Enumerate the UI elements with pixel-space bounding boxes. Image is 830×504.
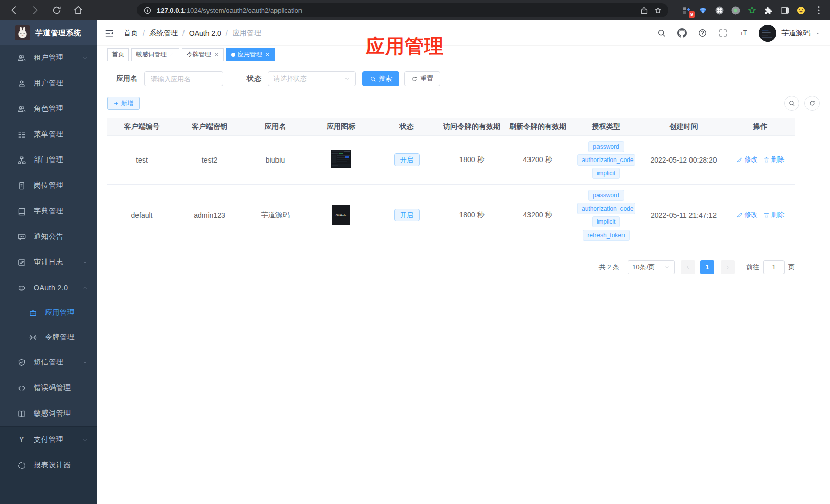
status-badge: 开启 bbox=[394, 153, 420, 166]
edit-button[interactable]: 修改 bbox=[736, 210, 758, 219]
toggle-search-button[interactable] bbox=[784, 96, 799, 111]
chevron-down-icon bbox=[82, 55, 88, 61]
sidebar-item-oauth2[interactable]: OAuth 2.0 bbox=[0, 275, 97, 301]
user-icon bbox=[17, 79, 26, 88]
breadcrumb-item[interactable]: 首页 bbox=[124, 29, 138, 38]
idcard-icon bbox=[17, 181, 26, 190]
extension-star-icon[interactable] bbox=[747, 6, 757, 15]
close-tab-icon[interactable] bbox=[265, 52, 270, 57]
url-bar[interactable]: 127.0.0.1:1024/system/oauth2/oauth2/appl… bbox=[137, 3, 668, 17]
app-title: 芋道管理系统 bbox=[35, 28, 81, 38]
extensions-puzzle-icon[interactable] bbox=[764, 6, 773, 15]
navbar-actions: TT 芋道源码 bbox=[657, 25, 821, 42]
browser-forward-icon[interactable] bbox=[30, 5, 41, 16]
breadcrumb-separator: / bbox=[182, 29, 185, 37]
sidebar-item-post[interactable]: 岗位管理 bbox=[0, 173, 97, 198]
page-size-select[interactable]: 10条/页 bbox=[628, 260, 675, 274]
prev-page-button[interactable] bbox=[681, 260, 695, 274]
sidebar-item-notice[interactable]: 通知公告 bbox=[0, 224, 97, 249]
font-size-icon[interactable]: TT bbox=[739, 28, 748, 38]
help-icon[interactable] bbox=[698, 28, 707, 38]
sidebar-item-oauth2-token[interactable]: 令牌管理 bbox=[0, 325, 97, 350]
chevron-right-icon bbox=[725, 264, 731, 270]
sidebar-item-label: 部门管理 bbox=[34, 155, 63, 165]
sidebar-item-report-designer[interactable]: 报表设计器 bbox=[0, 452, 97, 478]
search-icon[interactable] bbox=[657, 28, 666, 38]
sidebar-item-user[interactable]: 用户管理 bbox=[0, 71, 97, 96]
profile-avatar-icon[interactable] bbox=[796, 6, 806, 15]
breadcrumb-separator: / bbox=[226, 29, 228, 37]
sidebar-item-menu[interactable]: 菜单管理 bbox=[0, 122, 97, 147]
sidebar-item-oauth2-application[interactable]: 应用管理 bbox=[0, 301, 97, 325]
share-icon[interactable] bbox=[640, 6, 649, 15]
cell-grant-types: passwordauthorization_codeimplicit bbox=[571, 135, 641, 184]
breadcrumb-item[interactable]: OAuth 2.0 bbox=[189, 29, 221, 37]
page-number-button[interactable]: 1 bbox=[700, 260, 714, 274]
sidebar-item-dept[interactable]: 部门管理 bbox=[0, 147, 97, 173]
user-menu-caret-icon[interactable] bbox=[815, 30, 821, 36]
user-avatar[interactable] bbox=[759, 25, 776, 42]
refresh-table-button[interactable] bbox=[804, 96, 820, 111]
edit-button[interactable]: 修改 bbox=[736, 155, 758, 164]
side-panel-icon[interactable] bbox=[780, 6, 790, 15]
close-tab-icon[interactable] bbox=[214, 52, 219, 57]
tab-0[interactable]: 首页 bbox=[107, 48, 129, 61]
app-icon-image bbox=[331, 150, 351, 168]
sidebar-collapse-icon[interactable] bbox=[104, 28, 114, 38]
sidebar-item-sms[interactable]: 短信管理 bbox=[0, 350, 97, 375]
sidebar-item-label: 支付管理 bbox=[34, 435, 63, 444]
next-page-button[interactable] bbox=[721, 260, 735, 274]
pen-icon bbox=[736, 212, 743, 218]
extension-grid-icon[interactable]: 9 bbox=[682, 6, 691, 15]
browser-home-icon[interactable] bbox=[73, 5, 84, 16]
browser-menu-icon[interactable] bbox=[813, 5, 824, 16]
cell-client-secret: admin123 bbox=[176, 184, 243, 246]
reset-button[interactable]: 重置 bbox=[404, 71, 440, 86]
app-logo: 芋道管理系统 bbox=[0, 20, 97, 45]
extension-record-icon[interactable] bbox=[731, 6, 741, 15]
browser-nav-buttons bbox=[8, 5, 84, 16]
browser-back-icon[interactable] bbox=[8, 5, 19, 16]
table-tools bbox=[784, 96, 820, 111]
status-select-placeholder: 请选择状态 bbox=[273, 74, 307, 83]
bookmark-star-icon[interactable] bbox=[654, 6, 662, 15]
cell-created-time: 2022-05-12 00:28:20 bbox=[641, 135, 726, 184]
chevron-up-icon bbox=[82, 285, 88, 291]
sidebar-item-tenant[interactable]: 租户管理 bbox=[0, 45, 97, 71]
add-button[interactable]: 新增 bbox=[107, 97, 140, 110]
close-tab-icon[interactable] bbox=[169, 52, 175, 57]
delete-button[interactable]: 删除 bbox=[763, 155, 785, 164]
app-name-input[interactable] bbox=[144, 71, 223, 86]
search-button[interactable]: 搜索 bbox=[362, 71, 399, 86]
extension-command-icon[interactable] bbox=[714, 6, 724, 15]
op-label: 删除 bbox=[771, 210, 785, 219]
breadcrumb-separator: / bbox=[143, 29, 145, 37]
tab-1[interactable]: 敏感词管理 bbox=[131, 48, 179, 61]
sidebar-item-dict[interactable]: 字典管理 bbox=[0, 198, 97, 224]
breadcrumb-item[interactable]: 系统管理 bbox=[149, 29, 178, 38]
sidebar-item-pay[interactable]: ¥支付管理 bbox=[0, 427, 97, 452]
extension-gem-icon[interactable] bbox=[698, 6, 708, 15]
status-select[interactable]: 请选择状态 bbox=[268, 71, 356, 86]
tab-3[interactable]: 应用管理 bbox=[226, 48, 275, 61]
op-label: 修改 bbox=[745, 155, 758, 164]
magnifier-icon bbox=[788, 100, 795, 107]
table-row: defaultadmin123芋道源码GitHub开启1800 秒43200 秒… bbox=[107, 184, 795, 246]
breadcrumb-item: 应用管理 bbox=[233, 29, 261, 38]
sidebar-item-sensitive-word[interactable]: 敏感词管理 bbox=[0, 401, 97, 426]
sidebar-item-error-code[interactable]: 错误码管理 bbox=[0, 375, 97, 401]
cell-operations: 修改删除 bbox=[726, 135, 795, 184]
github-icon[interactable] bbox=[677, 28, 687, 38]
sidebar-item-label: 报表设计器 bbox=[34, 461, 71, 470]
delete-button[interactable]: 删除 bbox=[763, 210, 785, 219]
fullscreen-icon[interactable] bbox=[718, 28, 728, 38]
code-icon bbox=[17, 384, 26, 393]
site-info-icon[interactable] bbox=[143, 6, 152, 15]
sidebar-item-audit-log[interactable]: 审计日志 bbox=[0, 249, 97, 275]
tab-2[interactable]: 令牌管理 bbox=[182, 48, 224, 61]
browser-reload-icon[interactable] bbox=[51, 5, 62, 16]
filter-form: 应用名 状态 请选择状态 搜索 重置 bbox=[107, 71, 820, 87]
sidebar-item-role[interactable]: 角色管理 bbox=[0, 96, 97, 122]
goto-page-input[interactable] bbox=[763, 260, 785, 274]
breadcrumb: 首页/系统管理/OAuth 2.0/应用管理 bbox=[124, 29, 261, 38]
